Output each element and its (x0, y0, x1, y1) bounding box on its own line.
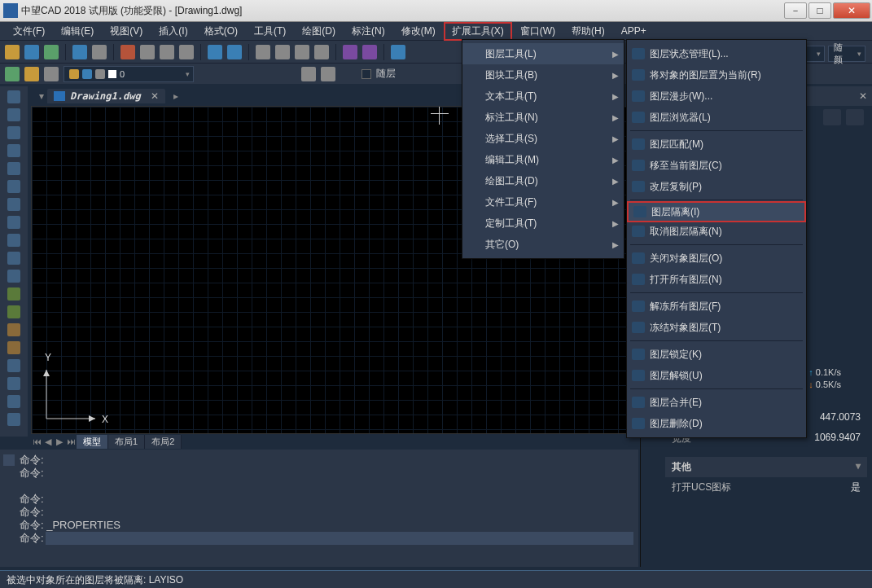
prop-section-header[interactable]: 其他 ▾ (665, 457, 867, 477)
preview-icon[interactable] (92, 45, 107, 59)
layer-submenu-item[interactable]: 图层删除(D) (627, 413, 806, 434)
bylayer-check[interactable] (362, 69, 371, 79)
submenu-item[interactable]: 图层工具(L)▶ (462, 43, 624, 64)
ellipse2-tool-icon[interactable] (7, 252, 20, 265)
paste-icon[interactable] (160, 45, 174, 59)
mtext-tool-icon[interactable] (7, 413, 20, 426)
layer-submenu-item[interactable]: 解冻所有图层(F) (627, 296, 806, 317)
menu-view[interactable]: 视图(V) (102, 22, 151, 41)
new-doc-tab-icon[interactable]: ▸ (170, 90, 182, 102)
layer-submenu-item[interactable]: 改层复制(P) (627, 176, 806, 197)
menu-app[interactable]: APP+ (613, 23, 655, 39)
arc-tool-icon[interactable] (7, 180, 20, 193)
layer-submenu-item[interactable]: 打开所有图层(N) (627, 269, 806, 290)
submenu-item[interactable]: 选择工具(S)▶ (462, 128, 624, 149)
zoom-icon[interactable] (275, 45, 290, 59)
submenu-item[interactable]: 标注工具(N)▶ (462, 107, 624, 128)
submenu-item[interactable]: 其它(O)▶ (462, 234, 624, 255)
gradient-tool-icon[interactable] (7, 341, 20, 354)
menu-file[interactable]: 文件(F) (5, 22, 53, 41)
menu-tool[interactable]: 工具(T) (246, 22, 294, 41)
layer-submenu-item[interactable]: 图层解锁(U) (627, 365, 806, 386)
table-tool-icon[interactable] (7, 377, 20, 390)
cut-icon[interactable] (121, 45, 135, 59)
layout-next-icon[interactable]: ▶ (54, 437, 65, 447)
block-tool-icon[interactable] (7, 287, 20, 301)
layout-tab-2[interactable]: 布局2 (145, 435, 182, 449)
minimize-button[interactable]: － (784, 2, 807, 19)
submenu-item[interactable]: 文件工具(F)▶ (462, 191, 624, 213)
panel-icon-4[interactable] (846, 109, 864, 125)
layer-submenu-item[interactable]: 图层浏览器(L) (627, 107, 806, 128)
document-tab[interactable]: Drawing1.dwg ✕ (47, 89, 165, 103)
menu-insert[interactable]: 插入(I) (151, 22, 195, 41)
layer-submenu-item[interactable]: 图层合并(E) (627, 392, 806, 413)
undo-icon[interactable] (208, 45, 222, 59)
ellipse-arc-tool-icon[interactable] (7, 270, 20, 283)
menu-extend-tools[interactable]: 扩展工具(X) (444, 22, 512, 41)
pan-icon[interactable] (256, 45, 270, 59)
layer-mgr-icon[interactable] (5, 67, 20, 81)
layer-sun-icon[interactable] (24, 67, 39, 81)
spline-tool-icon[interactable] (7, 234, 20, 247)
layer-submenu-item[interactable]: 图层漫步(W)... (627, 86, 806, 107)
match-icon[interactable] (179, 45, 194, 59)
circle-tool-icon[interactable] (7, 126, 20, 139)
props-icon[interactable] (343, 45, 357, 59)
menu-dim[interactable]: 标注(N) (344, 22, 393, 41)
text-tool-icon[interactable] (7, 395, 20, 408)
layer-submenu-item[interactable]: 关闭对象图层(O) (627, 248, 806, 269)
layer-submenu-item[interactable]: 冻结对象图层(T) (627, 317, 806, 338)
menu-help[interactable]: 帮助(H) (563, 22, 613, 41)
polygon-tool-icon[interactable] (7, 144, 20, 157)
menu-window[interactable]: 窗口(W) (512, 22, 563, 41)
line-tool-icon[interactable] (7, 90, 20, 103)
submenu-item[interactable]: 编辑工具(M)▶ (462, 149, 624, 170)
help-icon[interactable] (391, 45, 405, 59)
menu-draw[interactable]: 绘图(D) (294, 22, 344, 41)
layer-more-icon[interactable] (44, 67, 59, 81)
linetype-icon[interactable] (301, 67, 316, 81)
layer-submenu-item[interactable]: 图层状态管理(L)... (627, 43, 806, 64)
cloud-tool-icon[interactable] (7, 216, 20, 229)
menu-edit[interactable]: 编辑(E) (53, 22, 102, 41)
prop-val[interactable]: 是 (851, 480, 861, 494)
submenu-item[interactable]: 绘图工具(D)▶ (462, 170, 624, 191)
layout-prev-icon[interactable]: ◀ (42, 437, 54, 447)
zoom-prev-icon[interactable] (314, 45, 329, 59)
print-icon[interactable] (72, 45, 87, 59)
submenu-item[interactable]: 文本工具(T)▶ (462, 86, 624, 107)
layer-submenu-item[interactable]: 图层隔离(I) (627, 201, 806, 222)
color-combo[interactable]: 随颜 (828, 46, 865, 62)
prop-val[interactable]: 447.0073 (820, 411, 861, 425)
layer-combo[interactable]: 0 (64, 66, 194, 82)
layer-submenu-item[interactable]: 取消图层隔离(N) (627, 221, 806, 242)
zoom-window-icon[interactable] (295, 45, 309, 59)
submenu-item[interactable]: 定制工具(T)▶ (462, 213, 624, 234)
menu-modify[interactable]: 修改(M) (393, 22, 444, 41)
layer-submenu-item[interactable]: 移至当前图层(C) (627, 155, 806, 176)
cmd-history-icon[interactable] (3, 454, 15, 466)
rect-tool-icon[interactable] (7, 162, 20, 175)
doc-tab-prev-icon[interactable]: ▾ (36, 90, 47, 102)
layer-submenu-item[interactable]: 图层匹配(M) (627, 134, 806, 155)
close-button[interactable]: ✕ (833, 2, 870, 19)
close-tab-icon[interactable]: ✕ (151, 90, 159, 102)
lineweight-icon[interactable] (321, 67, 335, 81)
menu-format[interactable]: 格式(O) (196, 22, 246, 41)
panel-close-icon[interactable]: ✕ (859, 90, 867, 102)
point-tool-icon[interactable] (7, 305, 20, 318)
ellipse-tool-icon[interactable] (7, 198, 20, 211)
new-icon[interactable] (5, 45, 20, 59)
layout-first-icon[interactable]: ⏮ (31, 437, 42, 446)
pline-tool-icon[interactable] (7, 108, 20, 121)
save-icon[interactable] (44, 45, 59, 59)
command-input[interactable] (46, 532, 633, 545)
calc-icon[interactable] (362, 45, 377, 59)
layout-tab-model[interactable]: 模型 (77, 435, 108, 449)
region-tool-icon[interactable] (7, 359, 20, 372)
layout-tab-1[interactable]: 布局1 (108, 435, 145, 449)
layout-last-icon[interactable]: ⏭ (65, 437, 77, 446)
layer-submenu-item[interactable]: 图层锁定(K) (627, 344, 806, 365)
layer-submenu-item[interactable]: 将对象的图层置为当前(R) (627, 64, 806, 86)
